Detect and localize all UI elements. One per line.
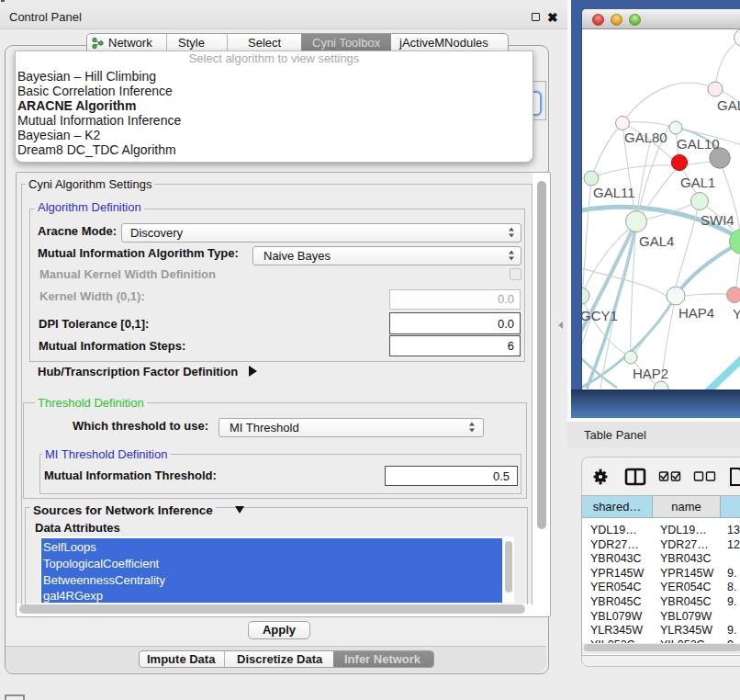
svg-text:HAP2: HAP2 <box>633 366 668 381</box>
svg-text:GAL10: GAL10 <box>677 136 720 152</box>
svg-text:GAL11: GAL11 <box>593 185 635 200</box>
svg-text:GCY1: GCY1 <box>582 308 618 323</box>
svg-text:GAL1: GAL1 <box>680 175 715 190</box>
svg-text:Y: Y <box>733 306 740 322</box>
svg-text:SWI4: SWI4 <box>701 212 734 228</box>
svg-text:GAL80: GAL80 <box>624 130 667 145</box>
svg-text:GAL7: GAL7 <box>717 97 740 113</box>
svg-text:GAL4: GAL4 <box>639 233 674 249</box>
svg-text:HAP4: HAP4 <box>678 305 714 321</box>
